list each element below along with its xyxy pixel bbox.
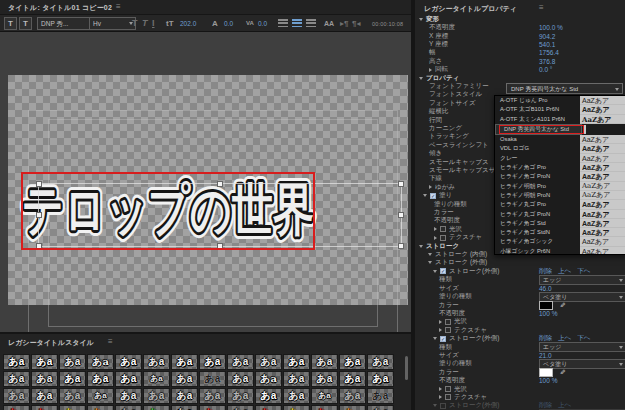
vertical-text-icon[interactable]: T bbox=[19, 17, 32, 30]
style-swatch[interactable]: あa bbox=[255, 371, 282, 387]
panel-menu-icon[interactable]: ≡ bbox=[108, 337, 113, 346]
style-swatch[interactable]: あa bbox=[59, 354, 86, 370]
twirl-caret-icon[interactable] bbox=[433, 270, 437, 273]
style-swatch[interactable]: あa bbox=[3, 405, 30, 410]
style-swatch[interactable]: あa bbox=[199, 371, 226, 387]
style-swatch[interactable]: あa bbox=[255, 354, 282, 370]
style-swatch[interactable]: あa bbox=[115, 405, 142, 410]
font-list-item[interactable]: ヒラギノ丸ゴ ProNAaZあア bbox=[495, 210, 625, 219]
style-swatch[interactable]: あa bbox=[171, 354, 198, 370]
style-swatch[interactable]: あa bbox=[227, 371, 254, 387]
twirl-caret-icon[interactable] bbox=[434, 227, 437, 231]
twirl-caret-icon[interactable] bbox=[439, 395, 442, 399]
styles-scrollbar[interactable] bbox=[405, 356, 408, 380]
checkbox[interactable] bbox=[445, 394, 451, 400]
font-list-item[interactable]: A-OTF じゅん ProAaZあア bbox=[495, 96, 625, 105]
style-swatch[interactable]: あa bbox=[255, 388, 282, 404]
bold-icon[interactable]: T bbox=[132, 17, 138, 29]
kerning-value[interactable]: 0.0 bbox=[258, 17, 267, 30]
style-swatch[interactable]: あa bbox=[339, 354, 366, 370]
style-swatch[interactable]: あa bbox=[283, 405, 310, 410]
property-value[interactable]: 100 % bbox=[539, 310, 557, 317]
twirl-caret-icon[interactable] bbox=[429, 185, 432, 189]
style-swatch[interactable]: あa bbox=[227, 405, 254, 410]
font-list-item[interactable]: ヒラギノ角ゴ ProNAaZあア bbox=[495, 172, 625, 181]
font-family-combo[interactable]: DNP 秀... bbox=[37, 17, 96, 30]
style-swatch[interactable]: あa bbox=[283, 354, 310, 370]
style-swatch[interactable]: あa bbox=[3, 354, 30, 370]
property-value[interactable]: 1756.4 bbox=[539, 49, 559, 56]
style-swatch[interactable]: あa bbox=[339, 371, 366, 387]
style-swatch[interactable]: あa bbox=[143, 354, 170, 370]
property-value[interactable]: 376.8 bbox=[539, 58, 555, 65]
checkbox[interactable]: ✓ bbox=[440, 336, 446, 342]
style-swatch[interactable]: あa bbox=[87, 405, 114, 410]
twirl-caret-icon[interactable] bbox=[433, 337, 437, 340]
style-swatch[interactable]: あa bbox=[143, 371, 170, 387]
selection-handle[interactable] bbox=[398, 212, 404, 218]
style-swatch[interactable]: あa bbox=[199, 405, 226, 410]
selection-handle[interactable] bbox=[398, 181, 404, 187]
style-swatch[interactable]: あa bbox=[115, 354, 142, 370]
font-size-value[interactable]: 202.0 bbox=[180, 17, 196, 30]
eyedropper-icon[interactable]: ✎ bbox=[558, 302, 566, 308]
align-left-icon[interactable] bbox=[278, 19, 288, 28]
color-swatch[interactable] bbox=[539, 368, 553, 377]
style-swatch[interactable]: あa bbox=[339, 405, 366, 410]
style-swatch[interactable]: あa bbox=[115, 371, 142, 387]
checkbox[interactable] bbox=[445, 386, 451, 392]
style-swatch[interactable]: あa bbox=[3, 388, 30, 404]
font-list-item[interactable]: ヒラギノ角ゴ StdNAaZあア bbox=[495, 228, 625, 237]
style-swatch[interactable]: あa bbox=[115, 388, 142, 404]
text-tool-icon[interactable]: T bbox=[4, 17, 17, 30]
twirl-caret-icon[interactable] bbox=[419, 18, 423, 21]
selection-handle[interactable] bbox=[398, 243, 404, 249]
style-swatch[interactable]: あa bbox=[227, 388, 254, 404]
font-list-item[interactable]: DNP 秀英四号太かな StdAaZあア bbox=[495, 124, 582, 135]
style-swatch[interactable]: あa bbox=[367, 371, 394, 387]
twirl-caret-icon[interactable] bbox=[419, 77, 423, 80]
title-canvas[interactable]: テロップの世界 テロップの世界 テロップの世界 bbox=[0, 32, 411, 332]
style-swatch[interactable]: あa bbox=[227, 354, 254, 370]
checkbox[interactable]: ✓ bbox=[440, 268, 446, 274]
style-swatch[interactable]: あa bbox=[311, 371, 338, 387]
style-swatch[interactable]: あa bbox=[199, 354, 226, 370]
twirl-caret-icon[interactable] bbox=[439, 320, 442, 324]
italic-icon[interactable]: T bbox=[142, 17, 148, 29]
style-swatch[interactable]: あa bbox=[31, 388, 58, 404]
style-swatch[interactable]: あa bbox=[59, 371, 86, 387]
style-swatch[interactable]: あa bbox=[367, 405, 394, 410]
font-list-item[interactable]: ヒラギノ明朝 ProNAaZあア bbox=[495, 191, 625, 200]
color-swatch[interactable] bbox=[539, 301, 553, 310]
twirl-caret-icon[interactable] bbox=[428, 261, 432, 264]
twirl-caret-icon[interactable] bbox=[439, 328, 442, 332]
style-swatch[interactable]: あa bbox=[283, 388, 310, 404]
align-right-icon[interactable] bbox=[306, 19, 316, 28]
style-swatch[interactable]: あa bbox=[3, 371, 30, 387]
font-list-item[interactable]: ヒラギノ丸ゴ ProAaZあア bbox=[495, 200, 625, 209]
font-list-item[interactable]: A-OTF 太ゴB101 Pr6NAaZあア bbox=[495, 105, 625, 114]
style-swatch[interactable]: あa bbox=[31, 354, 58, 370]
property-value[interactable]: 904.2 bbox=[539, 33, 555, 40]
twirl-caret-icon[interactable] bbox=[419, 245, 423, 248]
style-swatch[interactable]: あa bbox=[87, 354, 114, 370]
leading-value[interactable]: 0.0 bbox=[224, 17, 233, 30]
font-list-item[interactable]: ヒラギノ角ゴシックAaZあア bbox=[495, 237, 625, 246]
style-swatch[interactable]: あa bbox=[87, 371, 114, 387]
twirl-caret-icon[interactable] bbox=[433, 404, 437, 407]
twirl-caret-icon[interactable] bbox=[434, 236, 437, 240]
checkbox[interactable] bbox=[440, 226, 446, 232]
font-style-combo[interactable]: Hv bbox=[89, 17, 136, 30]
checkbox[interactable] bbox=[445, 319, 451, 325]
font-list-item[interactable]: VDL ロゴGAaZあア bbox=[495, 144, 625, 153]
checkbox[interactable]: ✓ bbox=[430, 193, 436, 199]
checkbox[interactable] bbox=[445, 327, 451, 333]
font-list-item[interactable]: ヒラギノ明朝 ProAaZあア bbox=[495, 182, 625, 191]
style-swatch[interactable]: あa bbox=[283, 371, 310, 387]
font-list-item[interactable]: クレーAaZあア bbox=[495, 154, 625, 163]
font-list-item[interactable]: 小塚ゴシック Pr6NAaZあア bbox=[495, 247, 625, 255]
style-swatch[interactable]: あa bbox=[87, 388, 114, 404]
eyedropper-icon[interactable]: ✎ bbox=[558, 369, 566, 375]
style-swatch[interactable]: あa bbox=[311, 405, 338, 410]
property-value[interactable]: 540.1 bbox=[539, 41, 555, 48]
